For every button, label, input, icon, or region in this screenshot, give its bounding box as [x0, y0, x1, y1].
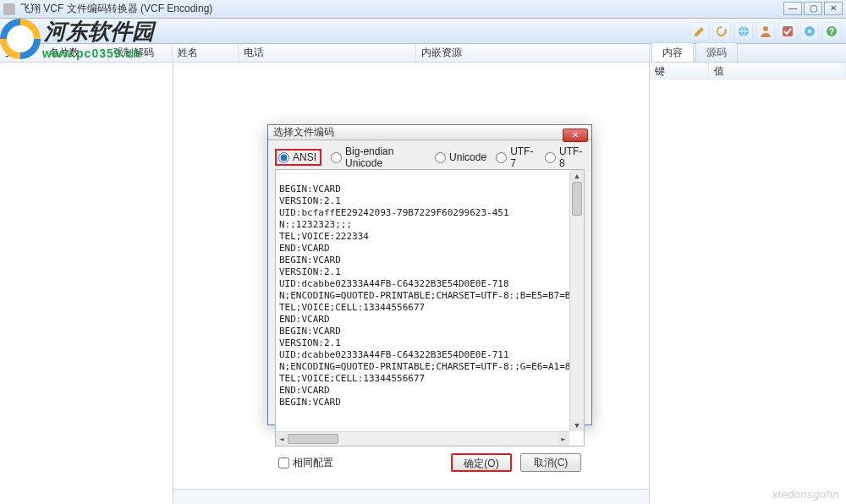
dialog-close-button[interactable]: ✕ [563, 129, 588, 142]
radio-unicode-label: Unicode [449, 151, 486, 163]
toolbar-settings-button[interactable] [800, 22, 819, 41]
svg-point-4 [808, 30, 811, 33]
radio-bigendian-label: Big-endian Unicode [345, 145, 426, 169]
svg-rect-2 [783, 26, 793, 36]
dialog-title: 选择文件编码 [273, 125, 334, 140]
close-button[interactable]: ✕ [824, 2, 843, 15]
toolbar-help-button[interactable]: ? [822, 22, 841, 41]
preview-text: BEGIN:VCARD VERSION:2.1 UID:bcfaffEE2924… [279, 184, 585, 408]
radio-utf8[interactable] [545, 152, 556, 163]
right-sub-header: 键 值 [650, 63, 846, 79]
radio-bigendian[interactable] [331, 152, 342, 163]
toolbar-edit-button[interactable] [690, 22, 709, 41]
dialog-footer: 相同配置 确定(O) 取消(C) [275, 446, 585, 474]
radio-ansi[interactable] [278, 152, 289, 163]
window-title: 飞翔 VCF 文件编码转换器 (VCF Encoding) [20, 2, 212, 16]
vertical-scroll-thumb[interactable] [572, 182, 582, 216]
window-controls: — ▢ ✕ [783, 2, 843, 15]
dialog-titlebar: 选择文件编码 ✕ [268, 125, 591, 140]
col-value[interactable]: 值 [709, 63, 846, 79]
radio-ansi-highlight: ANSI [275, 149, 321, 166]
encoding-radio-row: ANSI Big-endian Unicode Unicode UTF-7 UT… [275, 145, 585, 169]
toolbar-user-button[interactable] [756, 22, 775, 41]
col-name-card[interactable]: 名片数 [44, 44, 108, 62]
right-pane: 内容 源码 键 值 [650, 63, 846, 504]
status-bar [173, 489, 649, 504]
ok-button[interactable]: 确定(O) [451, 453, 512, 472]
svg-point-1 [763, 26, 768, 31]
cancel-button[interactable]: 取消(C) [520, 453, 581, 472]
toolbar: 河东软件园 www.pc0359.cn ? [0, 19, 846, 44]
watermark-footer: xiedonsgohn [772, 488, 839, 501]
toolbar-refresh-button[interactable] [712, 22, 731, 41]
right-tabs: 内容 源码 [650, 44, 846, 63]
radio-utf8-label: UTF-8 [559, 145, 585, 169]
toolbar-check-button[interactable] [778, 22, 797, 41]
same-config-checkbox[interactable]: 相同配置 [278, 456, 333, 470]
tab-content[interactable]: 内容 [651, 42, 694, 62]
left-pane [0, 63, 173, 504]
minimize-button[interactable]: — [783, 2, 802, 15]
vertical-scrollbar[interactable]: ▲ ▼ [569, 170, 584, 431]
watermark-text: 河东软件园 [44, 17, 154, 47]
horizontal-scroll-thumb[interactable] [288, 434, 338, 444]
encoding-dialog: 选择文件编码 ✕ ANSI Big-endian Unicode Unicode… [267, 124, 592, 425]
same-config-label: 相同配置 [293, 456, 333, 470]
maximize-button[interactable]: ▢ [804, 2, 822, 15]
titlebar: 飞翔 VCF 文件编码转换器 (VCF Encoding) — ▢ ✕ [0, 0, 846, 19]
scroll-left-arrow[interactable]: ◄ [276, 432, 288, 446]
radio-unicode[interactable] [435, 152, 446, 163]
col-embed[interactable]: 内嵌资源 [416, 44, 650, 62]
toolbar-globe-button[interactable] [734, 22, 753, 41]
col-phone[interactable]: 电话 [239, 44, 416, 62]
scroll-right-arrow[interactable]: ► [558, 432, 569, 446]
same-config-input[interactable] [278, 457, 289, 468]
scroll-up-arrow[interactable]: ▲ [570, 170, 584, 182]
col-name[interactable]: 姓名 [173, 44, 239, 62]
radio-utf7[interactable] [496, 152, 507, 163]
scroll-down-arrow[interactable]: ▼ [570, 419, 584, 431]
radio-ansi-label: ANSI [293, 151, 316, 163]
app-icon [3, 3, 15, 15]
tab-source[interactable]: 源码 [695, 42, 738, 62]
svg-text:?: ? [829, 27, 834, 36]
preview-textarea[interactable]: BEGIN:VCARD VERSION:2.1 UID:bcfaffEE2924… [275, 169, 585, 446]
col-file[interactable]: 文件 [0, 44, 44, 62]
horizontal-scrollbar[interactable]: ◄ ► [276, 431, 569, 446]
radio-utf7-label: UTF-7 [510, 145, 536, 169]
col-key[interactable]: 键 [650, 63, 709, 79]
col-force-decode[interactable]: 强制解码 [108, 44, 173, 62]
